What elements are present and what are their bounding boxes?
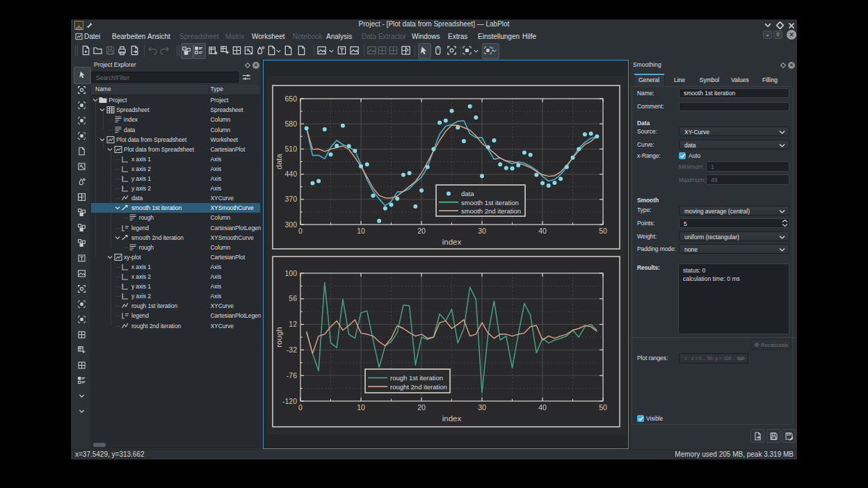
svg-text:10: 10 (357, 227, 365, 235)
svg-text:rough: rough (275, 327, 283, 347)
svg-text:100: 100 (284, 269, 297, 277)
svg-text:40: 40 (538, 227, 547, 235)
svg-text:580: 580 (284, 120, 297, 128)
svg-text:30: 30 (478, 403, 486, 412)
svg-text:20: 20 (417, 403, 426, 412)
svg-text:510: 510 (284, 145, 297, 153)
svg-text:rough 1st iteration: rough 1st iteration (390, 374, 443, 382)
svg-text:data: data (275, 154, 283, 170)
svg-text:rought 2nd iteration: rought 2nd iteration (390, 383, 447, 391)
svg-text:50: 50 (599, 403, 607, 412)
svg-text:0: 0 (298, 403, 303, 412)
svg-text:-120: -120 (282, 397, 297, 405)
svg-text:smooth 2nd iteration: smooth 2nd iteration (461, 207, 521, 215)
svg-text:index: index (442, 238, 462, 246)
svg-text:440: 440 (284, 170, 297, 178)
svg-text:index: index (442, 414, 462, 423)
svg-text:data: data (461, 190, 474, 197)
svg-text:12: 12 (289, 320, 297, 328)
svg-text:30: 30 (478, 227, 486, 235)
svg-text:-32: -32 (287, 345, 297, 354)
svg-text:10: 10 (357, 403, 365, 412)
svg-text:20: 20 (417, 227, 426, 235)
svg-text:40: 40 (538, 403, 547, 412)
svg-text:-76: -76 (287, 371, 297, 380)
svg-text:50: 50 (599, 227, 607, 235)
svg-text:0: 0 (298, 227, 303, 235)
svg-text:56: 56 (289, 294, 297, 302)
svg-text:370: 370 (284, 195, 297, 203)
svg-text:300: 300 (284, 220, 297, 229)
svg-text:smooth 1st iteration: smooth 1st iteration (461, 199, 519, 206)
svg-text:650: 650 (284, 95, 297, 103)
